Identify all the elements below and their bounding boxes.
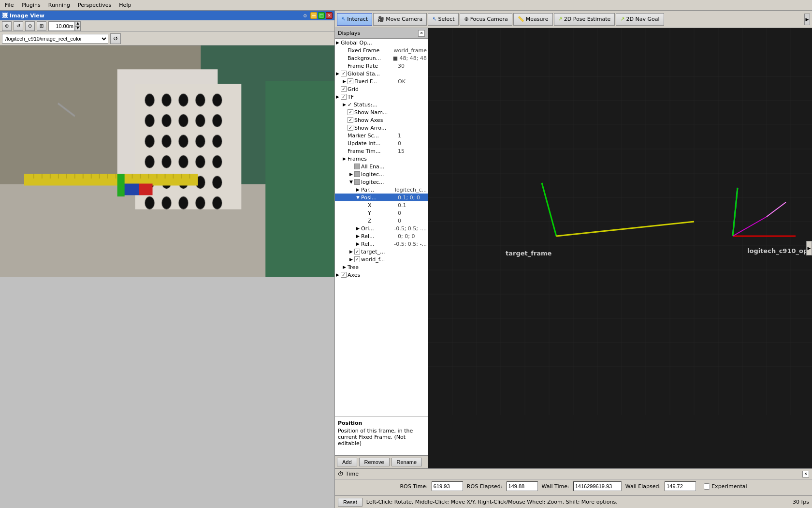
tree-row[interactable]: X0.1: [335, 201, 428, 209]
tree-expand-icon[interactable]: ▶: [349, 257, 354, 262]
interact-btn[interactable]: ↖ Interact: [337, 13, 372, 26]
tree-expand-icon[interactable]: ▶: [343, 265, 348, 269]
tree-row[interactable]: ▶Ori...-0.5; 0.5; -...: [335, 224, 428, 232]
tree-expand-icon[interactable]: ▶: [336, 94, 341, 99]
tree-row[interactable]: Update Int...0: [335, 139, 428, 147]
toolbar-icon2[interactable]: ↺: [14, 21, 23, 31]
tree-expand-icon[interactable]: ▶: [356, 241, 361, 246]
tree-row[interactable]: ▶target_...: [335, 248, 428, 255]
experimental-checkbox[interactable]: [704, 483, 710, 490]
distance-input[interactable]: 10.00m: [48, 21, 75, 31]
tree-expand-icon[interactable]: ▶: [336, 40, 341, 45]
tree-row[interactable]: All Ena...: [335, 163, 428, 170]
tree-row[interactable]: ▼logitec...: [335, 178, 428, 186]
toolbar-icon1[interactable]: ⊕: [2, 21, 12, 31]
maximize-btn[interactable]: □: [318, 12, 325, 19]
tree-checkbox[interactable]: [354, 249, 360, 254]
toolbar-icon3[interactable]: ⊖: [25, 21, 35, 31]
nav-goal-btn[interactable]: ↗ 2D Nav Goal: [616, 13, 664, 26]
tree-row[interactable]: Grid: [335, 85, 428, 93]
ros-time-value[interactable]: [432, 481, 463, 491]
tree-expand-icon[interactable]: ▼: [349, 179, 354, 184]
tree-row[interactable]: Backgroun...■ 48; 48; 48: [335, 54, 428, 62]
tree-expand-icon[interactable]: ▶: [343, 79, 348, 84]
displays-close-btn[interactable]: ✕: [418, 30, 425, 37]
tree-expand-icon[interactable]: ▶: [356, 226, 361, 231]
tree-row[interactable]: ▶Par...logitech_c...: [335, 186, 428, 194]
expand-btn[interactable]: ▶: [804, 14, 810, 25]
tree-row[interactable]: Show Axes: [335, 116, 428, 124]
tree-row[interactable]: ▶Global Sta...: [335, 70, 428, 77]
spinner-up[interactable]: ▲: [75, 21, 81, 26]
tree-checkbox[interactable]: [348, 125, 353, 131]
tree-row[interactable]: ▶Tree: [335, 263, 428, 271]
rename-display-btn[interactable]: Rename: [392, 458, 422, 466]
tree-checkbox[interactable]: [354, 256, 360, 262]
tree-expand-icon[interactable]: ▼: [356, 195, 361, 200]
wall-elapsed-value[interactable]: [665, 481, 696, 491]
tree-expand-icon[interactable]: ▶: [343, 102, 348, 107]
reset-btn[interactable]: Reset: [338, 498, 362, 507]
move-camera-btn[interactable]: 🎥 Move Camera: [373, 13, 427, 26]
viewport-3d[interactable]: target_frame logitech_c910_optical ▶: [428, 28, 812, 468]
spinner-down[interactable]: ▼: [75, 26, 81, 31]
menu-running[interactable]: Running: [44, 1, 74, 9]
tree-checkbox[interactable]: [341, 71, 347, 76]
tree-row[interactable]: Show Arro...: [335, 124, 428, 132]
close-btn[interactable]: ✕: [326, 12, 333, 19]
tree-row[interactable]: ▼Posi...0.1; 0; 0: [335, 194, 428, 201]
tree-row[interactable]: ▶Frames: [335, 155, 428, 163]
tree-expand-icon[interactable]: ▶: [336, 71, 341, 76]
time-close-btn[interactable]: ✕: [802, 471, 809, 478]
tree-checkbox[interactable]: [341, 272, 347, 278]
tree-row[interactable]: Fixed Frameworld_frame: [335, 46, 428, 54]
menu-file[interactable]: File: [1, 1, 17, 9]
tree-row[interactable]: ▶Rel...-0.5; 0.5; -...: [335, 240, 428, 248]
refresh-btn[interactable]: ↺: [110, 33, 121, 44]
tree-row[interactable]: Marker Sc...1: [335, 132, 428, 139]
tree-label: Axes: [348, 272, 427, 278]
pose-estimate-btn[interactable]: ↗ 2D Pose Estimate: [554, 13, 615, 26]
tree-expand-icon[interactable]: ▶: [349, 249, 354, 254]
toolbar-icon4[interactable]: ⊞: [37, 21, 46, 31]
tree-row[interactable]: Frame Rate30: [335, 62, 428, 70]
tree-row[interactable]: ▶logitec...: [335, 170, 428, 178]
menu-perspectives[interactable]: Perspectives: [74, 1, 115, 9]
tree-row[interactable]: ▶Global Op...: [335, 39, 428, 46]
minimize-btn[interactable]: —: [310, 12, 317, 19]
tree-row[interactable]: Show Nam...: [335, 108, 428, 116]
tree-row[interactable]: ▶Axes: [335, 271, 428, 279]
tree-checkbox[interactable]: [341, 86, 347, 92]
viewport-expand-btn[interactable]: ▶: [806, 241, 812, 255]
menu-help[interactable]: Help: [115, 1, 135, 9]
displays-panel: Displays ✕ ▶Global Op... Fixed Frameworl…: [335, 28, 428, 468]
focus-camera-btn[interactable]: ⊕ Focus Camera: [460, 13, 512, 26]
tree-checkbox[interactable]: [341, 94, 347, 100]
tree-row[interactable]: ▶TF: [335, 93, 428, 101]
tree-row[interactable]: ▶✓ Status:...: [335, 101, 428, 108]
remove-display-btn[interactable]: Remove: [359, 458, 390, 466]
tree-gray-box: [354, 164, 360, 169]
tree-row[interactable]: ▶Rel...0; 0; 0: [335, 232, 428, 240]
ros-elapsed-value[interactable]: [507, 481, 538, 491]
tree-row[interactable]: Frame Tim...15: [335, 147, 428, 155]
add-display-btn[interactable]: Add: [337, 458, 357, 466]
tree-expand-icon[interactable]: ▶: [343, 156, 348, 161]
measure-btn[interactable]: 📏 Measure: [513, 13, 553, 26]
tree-expand-icon[interactable]: ▶: [356, 234, 361, 239]
tree-row[interactable]: ▶world_f...: [335, 255, 428, 263]
tree-expand-icon[interactable]: ▶: [336, 272, 341, 277]
tree-expand-icon[interactable]: ▶: [349, 172, 354, 177]
tree-checkbox[interactable]: [348, 109, 353, 115]
distance-spinner[interactable]: 10.00m ▲ ▼: [48, 21, 81, 31]
tree-row[interactable]: Z0: [335, 217, 428, 224]
tree-checkbox[interactable]: [348, 117, 353, 123]
wall-time-value[interactable]: [573, 481, 622, 491]
tree-checkbox[interactable]: [348, 78, 353, 84]
tree-row[interactable]: ▶Fixed F...OK: [335, 77, 428, 85]
image-path-select[interactable]: /logitech_c910/image_rect_color: [2, 34, 108, 44]
tree-row[interactable]: Y0: [335, 209, 428, 217]
tree-expand-icon[interactable]: ▶: [356, 187, 361, 192]
menu-plugins[interactable]: Plugins: [17, 1, 44, 9]
select-btn[interactable]: ↖ Select: [428, 13, 459, 26]
